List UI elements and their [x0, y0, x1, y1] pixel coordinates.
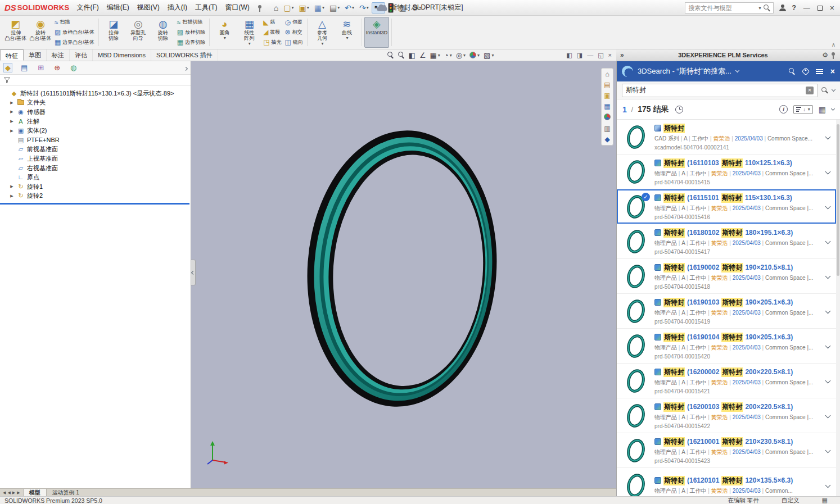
sweep-cut-button[interactable]: ≈扫描切除: [177, 17, 205, 27]
draft-button[interactable]: ◢拔模: [263, 28, 281, 37]
displaymanager-tab[interactable]: ◍: [69, 63, 78, 72]
result-expand-chevron[interactable]: [821, 170, 834, 174]
tab-MBD Dimensions[interactable]: MBD Dimensions: [93, 49, 151, 61]
result-expand-chevron[interactable]: [821, 448, 834, 452]
tab-scroll-arrows[interactable]: ◀◀▶▶: [0, 491, 23, 495]
zoom-area-button[interactable]: [398, 52, 405, 58]
panel-splitter-handle[interactable]: [191, 260, 196, 285]
threedexperience-tab[interactable]: ◆: [604, 136, 609, 143]
doc-minimize-icon[interactable]: —: [587, 52, 593, 58]
gear-icon[interactable]: ⚙: [822, 52, 828, 58]
custom-properties-tab[interactable]: ▥: [604, 125, 610, 132]
home-button[interactable]: ⌂: [272, 2, 281, 13]
results-scrollbar[interactable]: [836, 120, 840, 496]
tree-item-0[interactable]: ▶文件夹: [2, 98, 191, 108]
menu-item-1[interactable]: 编辑(E): [103, 0, 133, 15]
loft-button[interactable]: ▨放样凸台/基体: [55, 28, 94, 37]
tab-评估[interactable]: 评估: [70, 49, 93, 61]
wrap-button[interactable]: ◶包覆: [285, 17, 303, 27]
propertymanager-tab[interactable]: ▤: [19, 63, 29, 72]
tree-item-5[interactable]: ▱前视基准面: [2, 145, 191, 155]
result-expand-chevron[interactable]: [821, 483, 834, 487]
search-result-row[interactable]: 斯特封(16190002斯特封190×210.5×8.1)物理产品 | A | …: [617, 259, 836, 294]
search-result-row[interactable]: 斯特封(16110103斯特封110×125.1×6.3)物理产品 | A | …: [617, 155, 836, 189]
solidworks-resources-tab[interactable]: ⌂: [605, 71, 609, 78]
expand-arrow-icon[interactable]: ▶: [9, 194, 15, 198]
open-button[interactable]: ▣▾: [296, 2, 311, 13]
tree-item-4[interactable]: ▤PTFE+NBR: [2, 135, 191, 145]
restore-button[interactable]: [818, 6, 823, 11]
search-result-row[interactable]: ✓斯特封(16115101斯特封115×130.1×6.3)物理产品 | A |…: [617, 189, 836, 224]
boundary-button[interactable]: ▦边界凸台/基体: [55, 38, 94, 47]
save-button[interactable]: ▦▾: [312, 2, 327, 13]
chevron-down-icon[interactable]: [831, 106, 835, 110]
measure-button[interactable]: ∠: [419, 52, 427, 59]
search-result-row[interactable]: 斯特封(16180102斯特封180×195.1×6.3)物理产品 | A | …: [617, 224, 836, 259]
design-library-tab[interactable]: ▤: [604, 81, 610, 88]
result-expand-chevron[interactable]: [821, 239, 834, 243]
expand-arrow-icon[interactable]: ▶: [9, 110, 15, 114]
tree-item-2[interactable]: ▶A注解: [2, 117, 191, 126]
search-result-row[interactable]: 斯特封(16190104斯特封190×205.1×6.3)物理产品 | A | …: [617, 329, 836, 364]
rib-button[interactable]: ◣筋: [263, 17, 281, 27]
display-cards-icon[interactable]: ▦: [819, 106, 826, 113]
collapse-ribbon-icon[interactable]: ∧: [832, 42, 836, 48]
search-result-row[interactable]: 斯特封(16210001斯特封210×230.5×8.1)物理产品 | A | …: [617, 433, 836, 468]
run-search-icon[interactable]: [821, 87, 828, 94]
close-button[interactable]: ×: [828, 3, 837, 12]
result-expand-chevron[interactable]: [821, 309, 834, 313]
status-grid-icon[interactable]: ▦: [822, 497, 828, 503]
zoom-fit-button[interactable]: [387, 52, 395, 58]
tree-filter-row[interactable]: [0, 75, 191, 86]
search-result-row[interactable]: 斯特封(16190103斯特封190×205.1×6.3)物理产品 | A | …: [617, 294, 836, 329]
mirror-button[interactable]: ◫镜向: [285, 38, 303, 47]
expand-panel-chevron[interactable]: [184, 64, 187, 72]
result-expand-chevron[interactable]: [821, 205, 834, 208]
pin-menu-icon[interactable]: [257, 4, 263, 12]
search-icon[interactable]: [764, 4, 770, 11]
appearances-scenes-tab[interactable]: [604, 113, 611, 121]
pin-panel-icon[interactable]: [830, 51, 836, 59]
result-expand-chevron[interactable]: [821, 135, 834, 139]
expand-arrow-icon[interactable]: ▶: [9, 101, 15, 105]
search-result-row[interactable]: 斯特封(16200002斯特封200×220.5×8.1)物理产品 | A | …: [617, 364, 836, 398]
revolve-boss-button[interactable]: ◉旋转凸台/基体: [28, 17, 53, 48]
doc-tab-运动算例 1[interactable]: 运动算例 1: [47, 489, 85, 496]
new-document-button[interactable]: ▢▾: [281, 2, 296, 13]
hole-wizard-button[interactable]: ◎异型孔向导: [126, 17, 151, 48]
search-result-row[interactable]: 斯特封CAD 系列 | A | 工作中 | 黄荣浩 | 2025/04/03 |…: [617, 120, 836, 155]
plm-search-input[interactable]: [626, 87, 803, 94]
search-result-row[interactable]: 斯特封(16200103斯特封200×220.5×8.1)物理产品 | A | …: [617, 398, 836, 433]
tree-item-3[interactable]: ▶▣实体(2): [2, 126, 191, 135]
result-expand-chevron[interactable]: [821, 344, 834, 348]
extrude-boss-button[interactable]: ◩拉伸凸台/基体: [3, 17, 28, 48]
menu-icon[interactable]: [816, 69, 823, 74]
expand-arrow-icon[interactable]: ▶: [9, 119, 15, 124]
feature-tree-root[interactable]: ◆斯特封 (16115101斯特封115×130.1×6.3) <显示状态-89…: [2, 89, 191, 98]
view-orientation-button[interactable]: ▦▾: [430, 52, 441, 59]
expand-panel-icon[interactable]: »: [620, 52, 624, 58]
close-widget-icon[interactable]: ×: [830, 67, 835, 76]
doc-close-icon[interactable]: ×: [608, 52, 612, 58]
menu-item-2[interactable]: 视图(V): [133, 0, 164, 15]
chevron-down-icon[interactable]: [735, 69, 739, 72]
menu-item-5[interactable]: 窗口(W): [221, 0, 253, 15]
result-expand-chevron[interactable]: [821, 414, 834, 417]
intersect-button[interactable]: ⊗相交: [285, 28, 303, 37]
menu-item-3[interactable]: 插入(I): [164, 0, 191, 15]
featuremanager-tab[interactable]: ◆: [3, 63, 12, 72]
loft-cut-button[interactable]: ▨放样切除: [177, 28, 205, 37]
dimxpertmanager-tab[interactable]: ⊕: [52, 63, 62, 72]
tree-item-1[interactable]: ▶◉传感器: [2, 107, 191, 117]
chevron-down-icon[interactable]: [832, 87, 836, 91]
tab-标注[interactable]: 标注: [47, 49, 70, 61]
result-expand-chevron[interactable]: [821, 274, 834, 278]
tree-item-7[interactable]: ▱右视基准面: [2, 164, 191, 173]
plm-search-field[interactable]: ×: [622, 84, 818, 97]
search-result-row[interactable]: 斯特封(16120101斯特封120×135.5×6.3)物理产品 | A | …: [617, 468, 836, 496]
status-custom-menu[interactable]: 自定义: [782, 497, 800, 504]
undo-button[interactable]: ↶▾: [342, 2, 356, 13]
hide-show-items-button[interactable]: ◎▾: [455, 52, 466, 59]
user-login-icon[interactable]: [779, 4, 787, 12]
rollback-bar[interactable]: [0, 203, 189, 205]
